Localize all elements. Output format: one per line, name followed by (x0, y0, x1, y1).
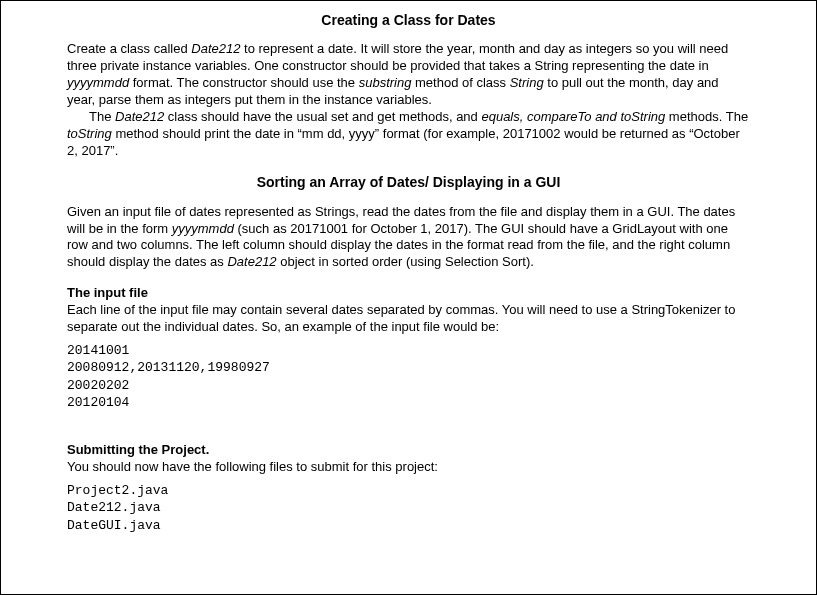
file-list: Project2.java Date212.java DateGUI.java (67, 482, 750, 535)
code-line: 20020202 (67, 377, 750, 395)
classname-date212: Date212 (191, 41, 240, 56)
text-fragment: format. The constructor should use the (129, 75, 359, 90)
heading-creating-class: Creating a Class for Dates (67, 11, 750, 29)
method-substring: substring (359, 75, 412, 90)
code-line: 20120104 (67, 394, 750, 412)
classname-string: String (510, 75, 544, 90)
heading-submitting: Submitting the Project. (67, 442, 750, 459)
text-fragment: class should have the usual set and get … (164, 109, 481, 124)
paragraph-intro: Create a class called Date212 to represe… (67, 41, 750, 109)
classname-date212: Date212 (227, 254, 276, 269)
text-fragment: object in sorted order (using Selection … (277, 254, 534, 269)
text-fragment: method should print the date in “mm dd, … (67, 126, 740, 158)
methods-list: equals, compareTo and toString (481, 109, 665, 124)
text-fragment: The (89, 109, 115, 124)
text-fragment: Create a class called (67, 41, 191, 56)
heading-input-file: The input file (67, 285, 750, 302)
method-tostring: toString (67, 126, 112, 141)
format-yyyymmdd: yyyymmdd (172, 221, 234, 236)
classname-date212: Date212 (115, 109, 164, 124)
paragraph-submit-desc: You should now have the following files … (67, 459, 750, 476)
paragraph-input-desc: Each line of the input file may contain … (67, 302, 750, 336)
code-line: 20080912,20131120,19980927 (67, 359, 750, 377)
file-name: Date212.java (67, 499, 750, 517)
text-fragment: methods. The (665, 109, 748, 124)
code-sample-input: 20141001 20080912,20131120,19980927 2002… (67, 342, 750, 412)
format-yyyymmdd: yyyymmdd (67, 75, 129, 90)
file-name: Project2.java (67, 482, 750, 500)
text-fragment: method of class (411, 75, 509, 90)
file-name: DateGUI.java (67, 517, 750, 535)
heading-sorting: Sorting an Array of Dates/ Displaying in… (67, 173, 750, 191)
code-line: 20141001 (67, 342, 750, 360)
paragraph-gui: Given an input file of dates represented… (67, 204, 750, 272)
paragraph-methods: The Date212 class should have the usual … (67, 109, 750, 160)
